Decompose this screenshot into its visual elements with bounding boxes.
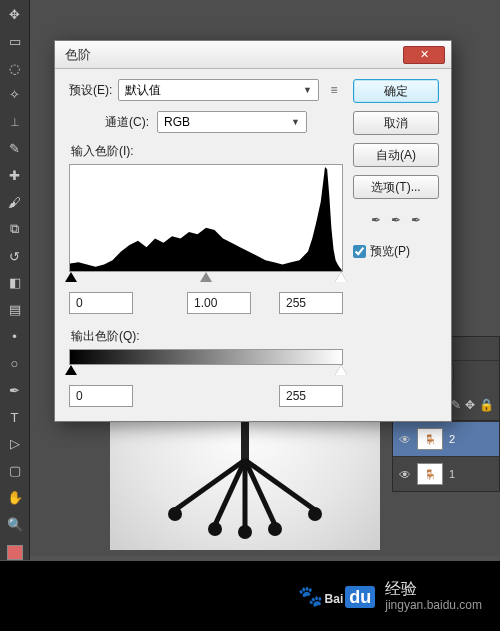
preset-value: 默认值 bbox=[125, 82, 161, 99]
input-gamma-field[interactable]: 1.00 bbox=[187, 292, 251, 314]
chevron-down-icon: ▼ bbox=[303, 85, 312, 95]
lock-move-icon[interactable]: ✥ bbox=[465, 398, 475, 412]
preview-checkbox[interactable] bbox=[353, 245, 366, 258]
ok-button[interactable]: 确定 bbox=[353, 79, 439, 103]
histogram-chart bbox=[70, 165, 342, 271]
channel-value: RGB bbox=[164, 115, 190, 129]
gray-eyedropper-icon[interactable]: ✒ bbox=[391, 213, 401, 227]
chevron-down-icon: ▼ bbox=[291, 117, 300, 127]
paw-icon: 🐾 bbox=[298, 585, 323, 607]
output-white-handle[interactable] bbox=[335, 365, 347, 375]
levels-dialog: 色阶 ✕ 预设(E): 默认值 ▼ ≡ 通道(C): RGB ▼ 输入色阶(I)… bbox=[54, 40, 452, 422]
watermark-bar: 🐾Baidu 经验 jingyan.baidu.com bbox=[0, 561, 500, 631]
titlebar[interactable]: 色阶 ✕ bbox=[55, 41, 451, 69]
auto-button[interactable]: 自动(A) bbox=[353, 143, 439, 167]
close-button[interactable]: ✕ bbox=[403, 46, 445, 64]
crop-tool-icon[interactable]: ⟂ bbox=[4, 111, 26, 132]
preset-label: 预设(E): bbox=[69, 82, 112, 99]
gradient-tool-icon[interactable]: ▤ bbox=[4, 299, 26, 320]
lock-brush-icon[interactable]: ✎ bbox=[451, 398, 461, 412]
output-levels-label: 输出色阶(Q): bbox=[71, 328, 343, 345]
layer-thumb: 🪑 bbox=[417, 428, 443, 450]
lasso-tool-icon[interactable]: ◌ bbox=[4, 58, 26, 79]
eyedropper-group: ✒ ✒ ✒ bbox=[353, 213, 439, 227]
input-white-field[interactable]: 255 bbox=[279, 292, 343, 314]
layer-thumb: 🪑 bbox=[417, 463, 443, 485]
layers-panel: 👁 🪑 2 👁 🪑 1 bbox=[392, 420, 500, 492]
zoom-tool-icon[interactable]: 🔍 bbox=[4, 514, 26, 535]
wand-tool-icon[interactable]: ✧ bbox=[4, 85, 26, 106]
shape-tool-icon[interactable]: ▢ bbox=[4, 460, 26, 481]
histogram bbox=[69, 164, 343, 272]
eraser-tool-icon[interactable]: ◧ bbox=[4, 272, 26, 293]
black-eyedropper-icon[interactable]: ✒ bbox=[371, 213, 381, 227]
watermark-text: 经验 jingyan.baidu.com bbox=[385, 579, 482, 613]
output-black-field[interactable]: 0 bbox=[69, 385, 133, 407]
input-slider-track[interactable] bbox=[69, 272, 343, 286]
hand-tool-icon[interactable]: ✋ bbox=[4, 487, 26, 508]
preset-menu-button[interactable]: ≡ bbox=[325, 81, 343, 99]
pen-tool-icon[interactable]: ✒ bbox=[4, 380, 26, 401]
lock-all-icon[interactable]: 🔒 bbox=[479, 398, 494, 412]
path-tool-icon[interactable]: ▷ bbox=[4, 434, 26, 455]
stamp-tool-icon[interactable]: ⧉ bbox=[4, 219, 26, 240]
white-eyedropper-icon[interactable]: ✒ bbox=[411, 213, 421, 227]
cancel-button[interactable]: 取消 bbox=[353, 111, 439, 135]
channel-label: 通道(C): bbox=[105, 114, 149, 131]
output-black-handle[interactable] bbox=[65, 365, 77, 375]
visibility-icon[interactable]: 👁 bbox=[399, 468, 411, 480]
preview-label: 预览(P) bbox=[370, 243, 410, 260]
black-point-handle[interactable] bbox=[65, 272, 77, 282]
eyedropper-tool-icon[interactable]: ✎ bbox=[4, 138, 26, 159]
svg-point-1 bbox=[168, 507, 182, 521]
dialog-title: 色阶 bbox=[65, 46, 403, 64]
input-levels-label: 输入色阶(I): bbox=[71, 143, 343, 160]
layer-name: 2 bbox=[449, 433, 455, 445]
foreground-swatch[interactable] bbox=[7, 545, 23, 560]
preview-checkbox-row[interactable]: 预览(P) bbox=[353, 243, 439, 260]
gamma-handle[interactable] bbox=[200, 272, 212, 282]
history-brush-icon[interactable]: ↺ bbox=[4, 246, 26, 267]
output-white-field[interactable]: 255 bbox=[279, 385, 343, 407]
move-tool-icon[interactable]: ✥ bbox=[4, 4, 26, 25]
options-button[interactable]: 选项(T)... bbox=[353, 175, 439, 199]
layer-name: 1 bbox=[449, 468, 455, 480]
svg-point-3 bbox=[208, 522, 222, 536]
marquee-tool-icon[interactable]: ▭ bbox=[4, 31, 26, 52]
layer-row[interactable]: 👁 🪑 2 bbox=[393, 421, 499, 456]
output-gradient bbox=[69, 349, 343, 365]
brush-tool-icon[interactable]: 🖌 bbox=[4, 192, 26, 213]
baidu-logo: 🐾Baidu bbox=[298, 583, 376, 609]
layer-row[interactable]: 👁 🪑 1 bbox=[393, 456, 499, 491]
heal-tool-icon[interactable]: ✚ bbox=[4, 165, 26, 186]
output-slider-track[interactable] bbox=[69, 365, 343, 379]
channel-select[interactable]: RGB ▼ bbox=[157, 111, 307, 133]
app-toolbar: ✥ ▭ ◌ ✧ ⟂ ✎ ✚ 🖌 ⧉ ↺ ◧ ▤ • ○ ✒ T ▷ ▢ ✋ 🔍 bbox=[0, 0, 30, 560]
dodge-tool-icon[interactable]: ○ bbox=[4, 353, 26, 374]
white-point-handle[interactable] bbox=[335, 272, 347, 282]
input-black-field[interactable]: 0 bbox=[69, 292, 133, 314]
svg-point-4 bbox=[268, 522, 282, 536]
svg-point-2 bbox=[308, 507, 322, 521]
visibility-icon[interactable]: 👁 bbox=[399, 433, 411, 445]
type-tool-icon[interactable]: T bbox=[4, 407, 26, 428]
preset-select[interactable]: 默认值 ▼ bbox=[118, 79, 319, 101]
svg-point-5 bbox=[238, 525, 252, 539]
blur-tool-icon[interactable]: • bbox=[4, 326, 26, 347]
